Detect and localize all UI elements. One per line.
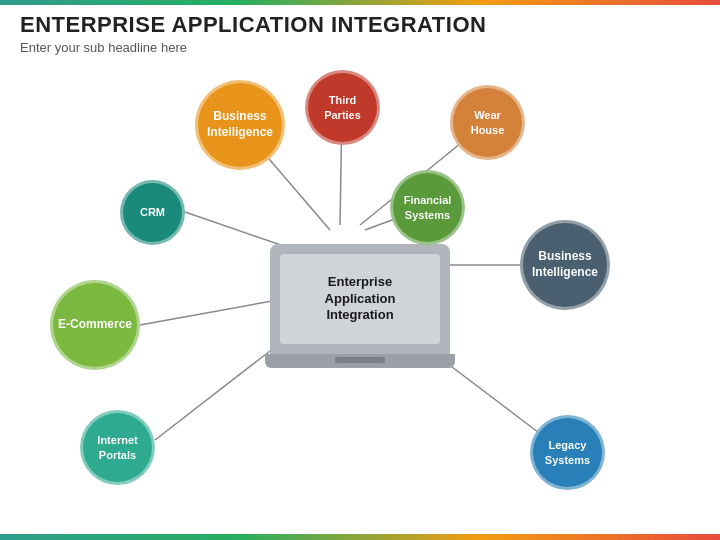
node-ecommerce[interactable]: E-Commerce xyxy=(50,280,140,370)
node-financial-systems[interactable]: FinancialSystems xyxy=(390,170,465,245)
subtitle: Enter your sub headline here xyxy=(20,40,486,55)
laptop: EnterpriseApplicationIntegration xyxy=(270,244,450,384)
slide: ENTERPRISE APPLICATION INTEGRATION Enter… xyxy=(0,0,720,540)
laptop-label: EnterpriseApplicationIntegration xyxy=(325,274,396,325)
diagram: EnterpriseApplicationIntegration Busines… xyxy=(0,70,720,530)
node-internet-portals[interactable]: InternetPortals xyxy=(80,410,155,485)
top-accent-bar xyxy=(0,0,720,5)
node-crm[interactable]: CRM xyxy=(120,180,185,245)
node-legacy-systems[interactable]: LegacySystems xyxy=(530,415,605,490)
laptop-screen-inner: EnterpriseApplicationIntegration xyxy=(280,254,440,344)
page-title: ENTERPRISE APPLICATION INTEGRATION xyxy=(20,12,486,38)
laptop-screen: EnterpriseApplicationIntegration xyxy=(270,244,450,354)
laptop-base xyxy=(265,354,455,368)
node-wear-house[interactable]: WearHouse xyxy=(450,85,525,160)
node-business-intelligence-right[interactable]: BusinessIntelligence xyxy=(520,220,610,310)
node-third-parties[interactable]: ThirdParties xyxy=(305,70,380,145)
bottom-accent-bar xyxy=(0,534,720,540)
header: ENTERPRISE APPLICATION INTEGRATION Enter… xyxy=(20,12,486,55)
node-business-intelligence-left[interactable]: BusinessIntelligence xyxy=(195,80,285,170)
